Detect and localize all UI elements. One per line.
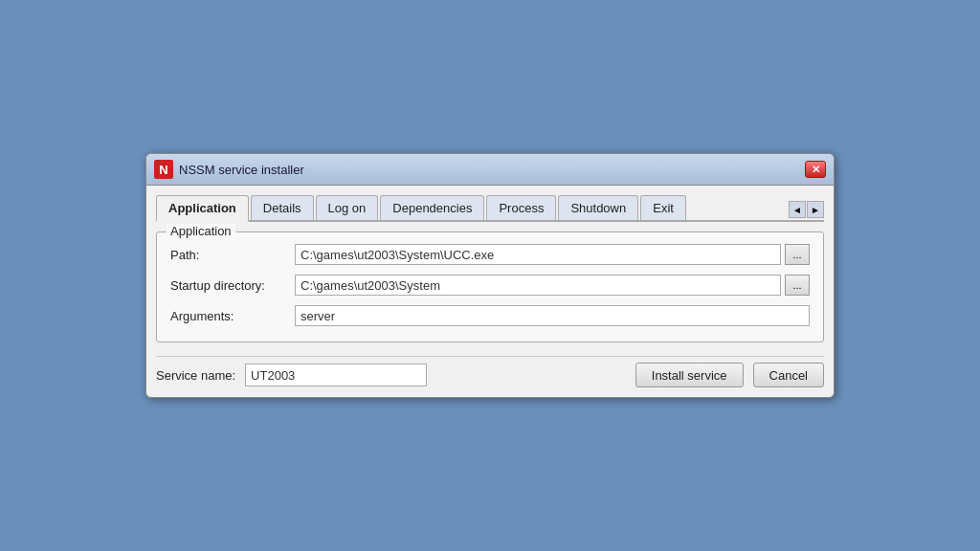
window-title: NSSM service installer xyxy=(179,163,304,177)
cancel-button[interactable]: Cancel xyxy=(753,363,824,387)
tab-application[interactable]: Application xyxy=(156,195,249,222)
path-row: Path: ... xyxy=(170,244,810,265)
path-input[interactable] xyxy=(295,244,781,265)
path-label: Path: xyxy=(170,248,295,262)
window-body: Application Details Log on Dependencies … xyxy=(146,186,834,397)
startup-dir-browse-button[interactable]: ... xyxy=(785,275,810,296)
install-service-button[interactable]: Install service xyxy=(635,363,744,387)
main-window: N NSSM service installer ✕ Application D… xyxy=(145,153,835,398)
service-name-input[interactable] xyxy=(245,364,427,386)
startup-dir-input[interactable] xyxy=(295,275,781,296)
bottom-bar: Service name: Install service Cancel xyxy=(156,356,824,387)
tab-dependencies[interactable]: Dependencies xyxy=(380,195,484,220)
tab-bar: Application Details Log on Dependencies … xyxy=(156,195,824,222)
tab-next-button[interactable]: ► xyxy=(807,201,824,218)
tab-details[interactable]: Details xyxy=(251,195,314,220)
startup-dir-row: Startup directory: ... xyxy=(170,275,810,296)
arguments-label: Arguments: xyxy=(170,309,295,323)
startup-dir-label: Startup directory: xyxy=(170,278,295,293)
tab-prev-button[interactable]: ◄ xyxy=(789,201,806,218)
title-bar: N NSSM service installer ✕ xyxy=(146,154,834,186)
app-icon: N xyxy=(154,160,173,179)
title-left: N NSSM service installer xyxy=(154,160,304,179)
path-input-wrap: ... xyxy=(295,244,810,265)
path-browse-button[interactable]: ... xyxy=(785,244,810,265)
arguments-input[interactable] xyxy=(295,305,810,326)
close-button[interactable]: ✕ xyxy=(805,161,826,178)
tab-shutdown[interactable]: Shutdown xyxy=(558,195,638,220)
tab-logon[interactable]: Log on xyxy=(316,195,379,220)
tab-nav: ◄ ► xyxy=(789,201,824,220)
application-group: Application Path: ... Startup directory: xyxy=(156,231,824,342)
startup-dir-input-wrap: ... xyxy=(295,275,810,296)
service-name-label: Service name: xyxy=(156,368,235,383)
arguments-input-wrap xyxy=(295,305,810,326)
tab-process[interactable]: Process xyxy=(486,195,556,220)
group-title: Application xyxy=(167,224,235,238)
arguments-row: Arguments: xyxy=(170,305,810,326)
tab-exit[interactable]: Exit xyxy=(640,195,686,220)
